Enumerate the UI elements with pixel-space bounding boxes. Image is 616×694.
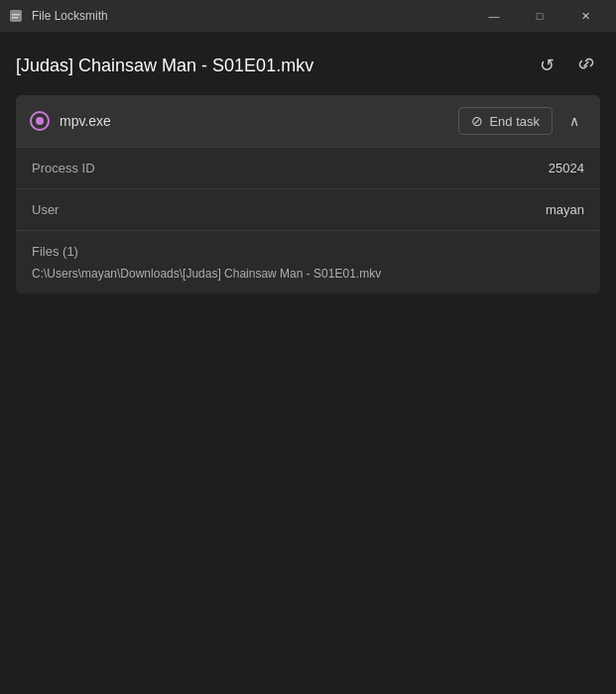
process-id-label: Process ID — [32, 161, 95, 175]
file-title-actions: ↺ — [533, 52, 600, 79]
file-title-text: [Judas] Chainsaw Man - S01E01.mkv — [16, 56, 533, 76]
process-status-icon — [30, 111, 50, 131]
link-icon — [576, 54, 596, 78]
end-task-button[interactable]: ⊘ End task — [458, 107, 553, 135]
end-task-icon: ⊘ — [471, 113, 483, 129]
minimize-button[interactable]: — — [471, 0, 517, 32]
maximize-button[interactable]: □ — [517, 0, 562, 32]
app-title: File Locksmith — [32, 9, 108, 23]
refresh-button[interactable]: ↺ — [533, 52, 560, 79]
process-card: mpv.exe ⊘ End task ∧ Process ID 25024 Us… — [16, 95, 600, 293]
collapse-button[interactable]: ∧ — [562, 109, 586, 133]
close-button[interactable]: ✕ — [562, 0, 608, 32]
user-value: mayan — [546, 202, 584, 217]
refresh-icon: ↺ — [540, 55, 554, 76]
files-label: Files (1) — [32, 244, 584, 259]
window-controls: — □ ✕ — [471, 0, 608, 32]
file-title-row: [Judas] Chainsaw Man - S01E01.mkv ↺ — [16, 52, 600, 79]
file-path: C:\Users\mayan\Downloads\[Judas] Chainsa… — [32, 267, 584, 281]
process-header: mpv.exe ⊘ End task ∧ — [16, 95, 600, 147]
svg-rect-1 — [12, 14, 20, 16]
process-id-value: 25024 — [549, 161, 584, 175]
title-bar-left: File Locksmith — [8, 8, 108, 24]
app-icon — [8, 8, 24, 24]
process-icon-inner — [36, 117, 44, 125]
user-label: User — [32, 202, 59, 217]
title-bar: File Locksmith — □ ✕ — [0, 0, 616, 32]
files-section: Files (1) C:\Users\mayan\Downloads\[Juda… — [16, 230, 600, 293]
end-task-label: End task — [489, 114, 540, 129]
process-id-row: Process ID 25024 — [16, 147, 600, 188]
process-name: mpv.exe — [60, 113, 448, 129]
link-button[interactable] — [572, 52, 600, 79]
svg-rect-0 — [10, 10, 22, 22]
app-content: [Judas] Chainsaw Man - S01E01.mkv ↺ — [0, 32, 616, 313]
svg-rect-2 — [12, 17, 18, 19]
user-row: User mayan — [16, 188, 600, 230]
collapse-icon: ∧ — [569, 113, 579, 129]
